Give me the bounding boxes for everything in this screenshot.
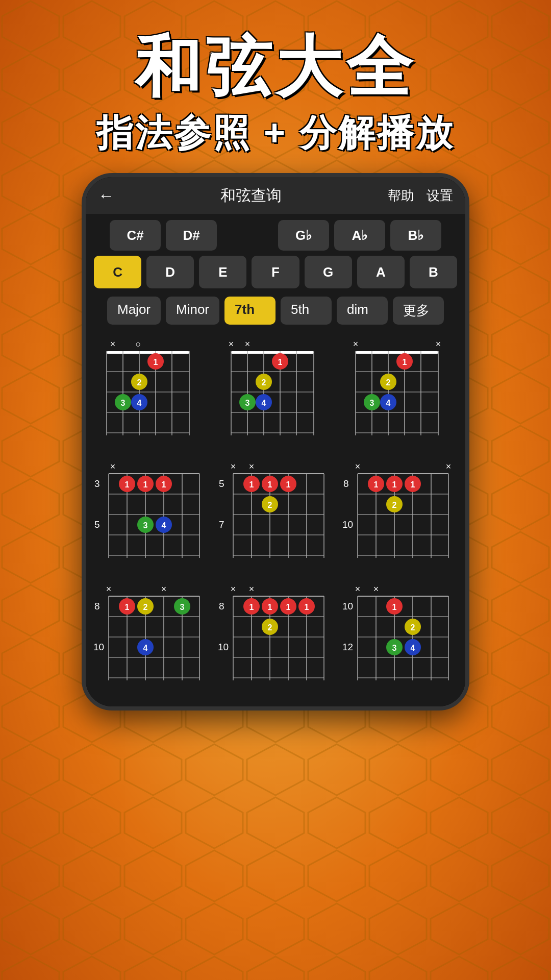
svg-text:1: 1 <box>162 480 166 489</box>
svg-text:8: 8 <box>94 601 100 611</box>
svg-text:×: × <box>106 584 112 594</box>
svg-text:×: × <box>446 461 452 472</box>
svg-text:2: 2 <box>137 378 142 387</box>
key-e[interactable]: E <box>199 256 246 288</box>
svg-text:3: 3 <box>94 478 100 489</box>
svg-rect-2 <box>107 351 189 354</box>
svg-text:×: × <box>229 339 234 349</box>
key-f[interactable]: F <box>252 256 299 288</box>
svg-text:2: 2 <box>262 378 266 387</box>
key-d-sharp[interactable]: D# <box>166 220 217 251</box>
type-more[interactable]: 更多 <box>393 297 444 325</box>
back-button[interactable]: ← <box>98 186 114 205</box>
svg-text:8: 8 <box>219 601 224 611</box>
svg-text:×: × <box>436 339 441 349</box>
chord-diagram-4[interactable]: × 3 5 <box>92 458 210 576</box>
svg-text:1: 1 <box>143 480 148 489</box>
svg-text:×: × <box>231 461 236 472</box>
svg-text:1: 1 <box>268 603 272 611</box>
svg-text:2: 2 <box>386 378 391 387</box>
svg-text:2: 2 <box>411 623 415 632</box>
svg-text:1: 1 <box>392 603 397 611</box>
svg-text:2: 2 <box>143 603 148 611</box>
svg-text:7: 7 <box>219 519 224 530</box>
svg-text:×: × <box>355 584 361 594</box>
type-7th[interactable]: 7th <box>224 297 276 325</box>
svg-text:12: 12 <box>342 642 353 652</box>
svg-text:1: 1 <box>374 480 379 489</box>
type-dim[interactable]: dim <box>337 297 388 325</box>
key-a[interactable]: A <box>357 256 405 288</box>
svg-text:×: × <box>353 339 359 349</box>
sharp-flat-key-row: C# D# G♭ A♭ B♭ <box>86 214 465 254</box>
svg-text:1: 1 <box>125 603 130 611</box>
svg-text:2: 2 <box>392 501 397 509</box>
header-actions: 帮助 设置 <box>388 187 453 205</box>
chord-diagram-8[interactable]: × × 8 10 <box>217 581 334 698</box>
svg-text:3: 3 <box>180 603 185 611</box>
svg-text:1: 1 <box>249 603 254 611</box>
chord-type-row: Major Minor 7th 5th dim 更多 <box>86 292 465 331</box>
svg-text:1: 1 <box>411 480 415 489</box>
svg-text:8: 8 <box>343 478 349 489</box>
chord-diagram-5[interactable]: × × 5 7 <box>217 458 334 576</box>
key-g[interactable]: G <box>305 256 352 288</box>
svg-text:4: 4 <box>143 644 148 652</box>
svg-text:×: × <box>355 461 361 472</box>
chord-diagram-2[interactable]: × × 1 <box>222 336 329 453</box>
settings-button[interactable]: 设置 <box>427 187 453 205</box>
phone-frame: ← 和弦查询 帮助 设置 C# D# G♭ A♭ B♭ C D E F G A … <box>82 173 469 710</box>
svg-text:4: 4 <box>137 399 142 407</box>
svg-text:×: × <box>231 584 236 594</box>
main-title: 和弦大全 <box>0 31 551 104</box>
key-a-flat[interactable]: A♭ <box>334 220 385 251</box>
svg-text:5: 5 <box>94 519 100 530</box>
chord-diagram-7[interactable]: × × 8 10 <box>92 581 210 698</box>
svg-text:×: × <box>161 584 167 594</box>
key-d[interactable]: D <box>146 256 194 288</box>
chord-row-1: × ○ <box>89 336 462 453</box>
chord-diagram-1[interactable]: × ○ <box>97 336 205 453</box>
svg-text:3: 3 <box>370 399 374 407</box>
svg-text:2: 2 <box>268 501 272 509</box>
svg-text:4: 4 <box>162 521 166 530</box>
type-5th[interactable]: 5th <box>281 297 332 325</box>
svg-text:1: 1 <box>286 480 291 489</box>
svg-text:1: 1 <box>286 603 291 611</box>
svg-text:○: ○ <box>136 339 141 349</box>
svg-text:×: × <box>249 584 255 594</box>
phone-screen: ← 和弦查询 帮助 设置 C# D# G♭ A♭ B♭ C D E F G A … <box>86 177 465 706</box>
svg-text:1: 1 <box>154 358 158 366</box>
svg-text:×: × <box>249 461 255 472</box>
chord-diagram-9[interactable]: × × 10 12 <box>341 581 459 698</box>
svg-rect-23 <box>231 351 314 354</box>
svg-text:4: 4 <box>262 399 266 407</box>
key-b-flat[interactable]: B♭ <box>390 220 441 251</box>
chord-diagram-6[interactable]: × × 8 10 <box>341 458 459 576</box>
svg-text:5: 5 <box>219 478 224 489</box>
key-c[interactable]: C <box>94 256 141 288</box>
svg-text:1: 1 <box>268 480 272 489</box>
svg-text:2: 2 <box>268 623 272 632</box>
svg-text:10: 10 <box>218 642 229 652</box>
key-c-sharp[interactable]: C# <box>110 220 161 251</box>
type-major[interactable]: Major <box>107 297 161 325</box>
svg-text:4: 4 <box>411 644 415 652</box>
svg-text:1: 1 <box>305 603 309 611</box>
svg-text:×: × <box>110 461 116 472</box>
chord-diagram-3[interactable]: × × 1 <box>346 336 454 453</box>
svg-text:×: × <box>373 584 379 594</box>
svg-text:3: 3 <box>245 399 250 407</box>
svg-text:10: 10 <box>93 642 104 652</box>
type-minor[interactable]: Minor <box>166 297 219 325</box>
svg-text:1: 1 <box>249 480 254 489</box>
key-g-flat[interactable]: G♭ <box>278 220 329 251</box>
svg-text:10: 10 <box>342 519 353 530</box>
help-button[interactable]: 帮助 <box>388 187 414 205</box>
chord-diagrams-area: × ○ <box>86 331 465 706</box>
svg-text:3: 3 <box>392 644 397 652</box>
key-b[interactable]: B <box>410 256 457 288</box>
svg-text:1: 1 <box>392 480 397 489</box>
natural-key-row: C D E F G A B <box>86 254 465 292</box>
svg-text:1: 1 <box>278 358 283 366</box>
